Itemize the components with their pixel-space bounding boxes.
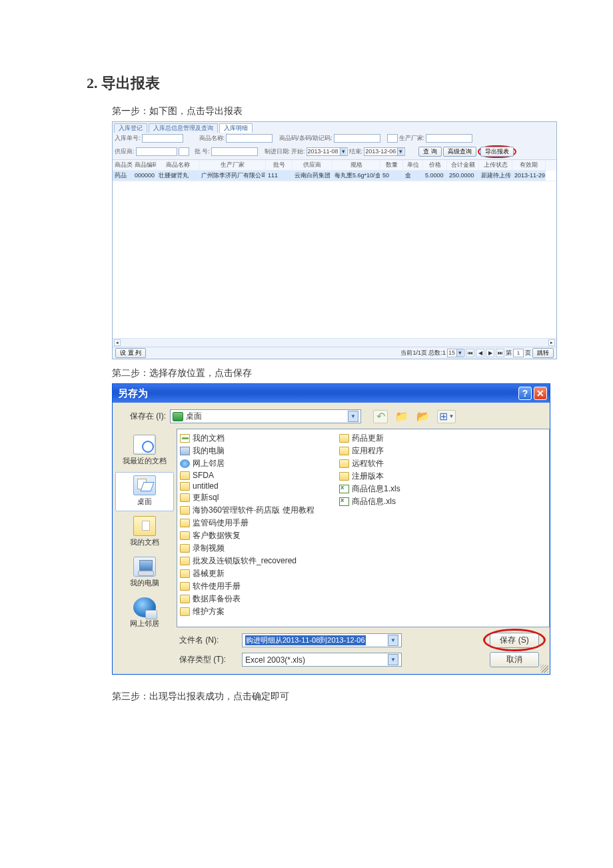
folder-icon xyxy=(180,471,190,480)
list-item[interactable]: 录制视频 xyxy=(180,542,336,555)
list-item[interactable]: 药品更新 xyxy=(339,432,496,445)
folder-icon xyxy=(180,506,190,515)
ftype-dropdown-icon[interactable]: ▼ xyxy=(388,654,398,665)
list-item-label: 维护方案 xyxy=(193,606,225,617)
list-item-label: 器械更新 xyxy=(193,568,225,579)
list-item-label: SFDA xyxy=(193,471,214,480)
save-in-value: 桌面 xyxy=(186,411,202,422)
close-button[interactable]: ✕ xyxy=(534,387,547,400)
list-item[interactable]: 维护方案 xyxy=(180,605,336,618)
tab-1[interactable]: 入库总信息管理及查询 xyxy=(149,123,218,133)
list-item[interactable]: 我的文档 xyxy=(180,432,336,445)
place-docs[interactable]: 我的文档 xyxy=(115,513,174,552)
fname-dropdown-icon[interactable]: ▼ xyxy=(388,635,398,646)
list-item[interactable]: untitled xyxy=(180,481,336,491)
list-item-label: 商品信息1.xls xyxy=(352,483,400,495)
lbl-order-no: 入库单号: xyxy=(115,135,141,142)
list-item[interactable]: 商品信息.xls xyxy=(339,495,496,508)
ftype-input[interactable]: Excel 2003(*.xls) ▼ xyxy=(242,653,402,667)
list-item[interactable]: 海协360管理软件·药店版 使用教程 xyxy=(180,504,336,517)
inp-supplier[interactable] xyxy=(136,147,177,156)
list-item[interactable]: 器械更新 xyxy=(180,567,336,580)
titlebar: 另存为 ? ✕ xyxy=(113,384,550,403)
page-num[interactable]: 1 xyxy=(513,349,524,357)
scroll-right-icon[interactable]: ▸ xyxy=(548,339,555,346)
inp-prod-name[interactable] xyxy=(226,134,273,143)
th-2: 商品名称 xyxy=(157,160,199,171)
list-item[interactable]: 软件使用手册 xyxy=(180,580,336,593)
lbl-prod-name: 商品名称: xyxy=(199,135,225,142)
help-button[interactable]: ? xyxy=(518,387,532,400)
resize-grip-icon[interactable] xyxy=(540,665,548,673)
list-item[interactable]: 注册版本 xyxy=(339,470,496,483)
list-item[interactable]: 数据库备份表 xyxy=(180,593,336,605)
lbl-mfr: 生产厂家: xyxy=(399,135,425,142)
th-6: 规格 xyxy=(332,160,380,171)
th-4: 批号 xyxy=(266,160,293,171)
list-item[interactable]: 批发及连锁版软件_recovered xyxy=(180,555,336,567)
pager-prev-icon[interactable]: ◀ xyxy=(476,349,484,357)
heading: 2. 导出报表 xyxy=(87,73,526,93)
save-in-combo[interactable]: 桌面 ▼ xyxy=(170,409,361,423)
place-net[interactable]: 网上邻居 xyxy=(115,594,174,633)
list-item[interactable]: 远程软件 xyxy=(339,457,496,470)
tab-0[interactable]: 入库登记 xyxy=(114,123,147,133)
list-item[interactable]: SFDA xyxy=(180,470,336,481)
list-item-label: 监管码使用手册 xyxy=(193,517,249,529)
new-folder-icon[interactable]: 📂 xyxy=(416,410,430,423)
recent-icon xyxy=(133,435,156,455)
list-item[interactable]: 客户数据恢复 xyxy=(180,529,336,542)
cancel-button[interactable]: 取消 xyxy=(490,652,539,667)
chevron-down-icon[interactable]: ▼ xyxy=(348,411,358,422)
date-end[interactable]: 2013-12-06▾ xyxy=(364,147,405,156)
list-item[interactable]: 应用程序 xyxy=(339,445,496,457)
highlight-export: 导出报表 xyxy=(478,145,516,158)
views-icon[interactable]: ⊞▼ xyxy=(437,410,456,423)
list-item[interactable]: 监管码使用手册 xyxy=(180,517,336,529)
up-folder-icon[interactable]: 📁 xyxy=(394,410,409,423)
mypc-icon xyxy=(180,447,190,455)
list-item[interactable]: 网上邻居 xyxy=(180,457,336,470)
back-icon[interactable]: ↶ xyxy=(373,410,388,423)
table-row[interactable]: 药品 000000 壮腰健肾丸 广州陈李济药厂有限公司 111 云南白药集团 每… xyxy=(113,171,556,181)
lbl-code: 商品码/条码/助记码: xyxy=(279,135,332,142)
page-size[interactable]: 15▾ xyxy=(447,349,464,357)
btn-adv-query[interactable]: 高级查询 xyxy=(443,147,476,157)
place-desktop[interactable]: 桌面 xyxy=(115,472,174,511)
btn-export[interactable]: 导出报表 xyxy=(480,147,514,157)
save-in-label: 保存在 (I): xyxy=(118,411,166,422)
xls-file-icon xyxy=(339,485,349,493)
table-blank xyxy=(113,181,556,338)
fname-input[interactable]: 购进明细从2013-11-08到2013-12-06 ▼ xyxy=(242,633,402,647)
tab-2[interactable]: 入库明细 xyxy=(219,123,253,133)
folder-icon xyxy=(180,569,190,578)
list-item-label: 注册版本 xyxy=(352,471,384,482)
th-12: 有效期 xyxy=(512,160,546,171)
list-item[interactable]: 我的电脑 xyxy=(180,445,336,457)
pager-next-icon[interactable]: ▶ xyxy=(486,349,494,357)
screenshot-1: 入库登记 入库总信息管理及查询 入库明细 入库单号: 商品名称: 商品码/条码/… xyxy=(112,121,557,359)
scroll-left-icon[interactable]: ◂ xyxy=(114,339,121,346)
save-button[interactable]: 保存 (S) xyxy=(490,633,539,648)
btn-query[interactable]: 查 询 xyxy=(418,147,442,157)
xls-file-icon xyxy=(339,497,349,506)
date-start[interactable]: 2013-11-08▾ xyxy=(306,147,348,156)
inp-order-no[interactable] xyxy=(142,134,183,143)
inp-mfr[interactable] xyxy=(426,134,472,143)
inp-code[interactable] xyxy=(334,134,380,143)
btn-jump[interactable]: 跳转 xyxy=(532,348,554,358)
h-scrollbar[interactable]: ◂ ▸ xyxy=(113,338,556,347)
place-recent[interactable]: 我最近的文档 xyxy=(115,431,174,471)
btn-set-columns[interactable]: 设 置 列 xyxy=(115,348,146,358)
inp-batch[interactable] xyxy=(211,147,258,156)
save-as-dialog: 另存为 ? ✕ 保存在 (I): 桌面 ▼ ↶ 📁 📂 ⊞▼ xyxy=(112,383,550,675)
dialog-title: 另存为 xyxy=(118,387,148,400)
pager-first-icon[interactable]: ⏮ xyxy=(466,349,474,357)
list-item[interactable]: 商品信息1.xls xyxy=(339,483,496,495)
pager-last-icon[interactable]: ⏭ xyxy=(496,349,504,357)
network-icon xyxy=(180,459,190,468)
inp-supplier-pick[interactable] xyxy=(179,147,189,156)
place-pc[interactable]: 我的电脑 xyxy=(115,553,174,593)
inp-small[interactable] xyxy=(387,134,398,143)
list-item[interactable]: 更新sql xyxy=(180,491,336,504)
